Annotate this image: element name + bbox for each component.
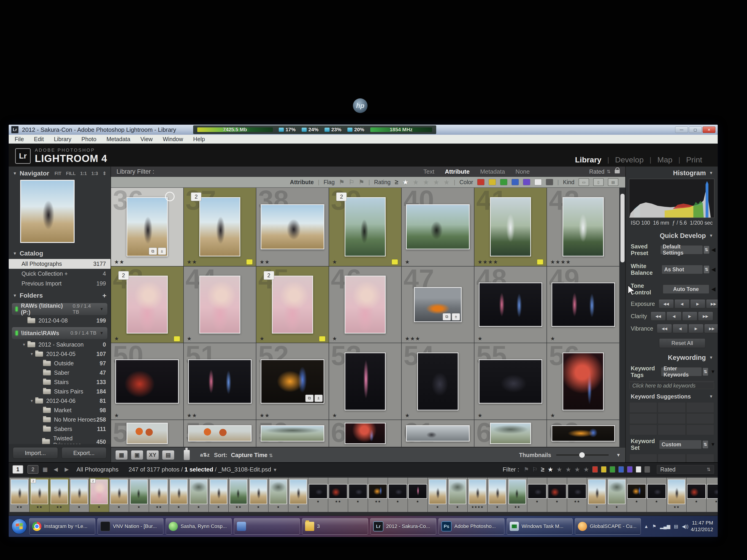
photo-thumbnail[interactable] (479, 283, 542, 327)
keyword-suggestion-slot[interactable] (658, 402, 686, 413)
sort-value-dropdown[interactable]: Capture Time ⇅ (231, 452, 273, 458)
photo-thumbnail[interactable] (188, 425, 252, 442)
menu-view[interactable]: View (140, 136, 153, 142)
spinner-icon[interactable]: ⇅ (704, 246, 710, 254)
catalog-header[interactable]: ▼ Catalog (9, 247, 110, 259)
color-filter-swatch[interactable] (477, 179, 485, 185)
photo-thumbnail[interactable] (31, 479, 48, 504)
minimize-button[interactable]: — (675, 127, 688, 133)
filter-tab-attribute[interactable]: Attribute (445, 168, 470, 175)
navigator-zoom-fill[interactable]: FILL (66, 171, 76, 176)
photo-thumbnail[interactable] (199, 197, 240, 257)
develop-badge-icon[interactable]: ± (452, 313, 460, 320)
yellow-label-swatch[interactable] (246, 259, 253, 265)
stepper-button[interactable]: ◀◀ (659, 299, 674, 309)
color-filter-swatch[interactable] (512, 179, 519, 185)
navigator-zoom-fit[interactable]: FIT (54, 171, 61, 176)
color-filter-swatch[interactable] (500, 179, 507, 185)
color-filter-swatch[interactable] (601, 466, 607, 473)
grid-photo-cell[interactable]: 62 (474, 420, 547, 447)
photo-thumbnail[interactable] (707, 484, 718, 499)
show-hidden-icons-icon[interactable]: ▲ (644, 524, 649, 529)
taskbar-item-msn[interactable]: Sasha, Rynn Cosp... (166, 518, 232, 535)
folder-item[interactable]: Sabers111 (9, 424, 110, 434)
spinner-icon[interactable]: ⇅ (703, 368, 708, 376)
photo-thumbnail[interactable] (368, 484, 387, 499)
folder-item[interactable]: ▼ 2012-04-05107 (9, 349, 110, 359)
photo-thumbnail[interactable]: ⧉± (127, 197, 168, 257)
photo-thumbnail[interactable] (406, 425, 469, 442)
source-indicator[interactable]: All Photographs (76, 466, 119, 473)
menu-library[interactable]: Library (54, 136, 71, 142)
menu-edit[interactable]: Edit (34, 136, 44, 142)
color-filter-swatch[interactable] (592, 466, 598, 473)
add-folder-icon[interactable]: + (102, 292, 106, 299)
develop-badge-icon[interactable]: ± (158, 247, 166, 255)
taskbar-item-app[interactable] (234, 518, 300, 535)
photo-thumbnail[interactable] (261, 204, 324, 249)
keyword-set-slot[interactable] (658, 454, 686, 462)
stepper-button[interactable]: ◀ (673, 324, 688, 333)
filter-preset-dropdown[interactable]: Rated ⇅ (589, 168, 620, 175)
crop-badge-icon[interactable]: ⧉ (149, 247, 157, 255)
rating-star-icon[interactable]: ★ (423, 178, 429, 186)
twirl-icon[interactable]: ▼ (21, 343, 27, 347)
filmstrip-thumbnail[interactable]: ★★ (507, 478, 527, 512)
rating-stars[interactable]: ★★★★ (550, 259, 571, 265)
monitor-2-button[interactable]: 2 (27, 465, 38, 474)
rating-star-icon[interactable]: ★ (583, 466, 589, 473)
photo-thumbnail[interactable] (449, 479, 466, 504)
saved-preset-dropdown[interactable]: Default Settings (660, 245, 703, 255)
grid-photo-cell[interactable]: 41 ★★★★ (474, 188, 547, 267)
photo-thumbnail[interactable] (150, 479, 168, 504)
photo-thumbnail[interactable]: ⧉± (261, 359, 324, 403)
keyword-suggestion-slot[interactable] (658, 425, 686, 435)
color-filter-swatch[interactable] (644, 466, 650, 473)
photo-thumbnail[interactable] (608, 479, 625, 504)
scrollbar-thumb[interactable] (620, 194, 624, 262)
quick-develop-header[interactable]: Quick Develop▼ (626, 229, 718, 241)
keyword-suggestion-slot[interactable] (686, 414, 714, 424)
photo-thumbnail[interactable] (548, 484, 566, 499)
photo-thumbnail[interactable] (329, 484, 347, 499)
keyword-set-slot[interactable] (686, 454, 714, 462)
histogram-header[interactable]: Histogram▼ (626, 166, 718, 179)
survey-view-icon[interactable]: ▤ (162, 450, 174, 459)
color-filter-swatch[interactable] (489, 179, 496, 185)
grid-photo-cell[interactable]: 50 ★ (111, 343, 184, 420)
filmstrip-thumbnail[interactable]: ★ (607, 478, 627, 512)
flag-rejected-icon[interactable]: ⚑ (359, 179, 364, 186)
photo-thumbnail[interactable] (115, 359, 179, 403)
photo-thumbnail[interactable] (490, 423, 531, 444)
stack-count-badge[interactable]: 2 (264, 271, 274, 280)
photo-thumbnail[interactable] (568, 484, 586, 499)
rating-stars[interactable]: ★ (332, 259, 338, 265)
filmstrip-thumbnail[interactable]: ★ (487, 478, 507, 512)
keywording-header[interactable]: Keywording▼ (626, 351, 718, 363)
photo-thumbnail[interactable] (563, 352, 604, 410)
photo-thumbnail[interactable] (190, 479, 207, 504)
grid-photo-cell[interactable]: 44 ★ (184, 267, 257, 343)
folders-header[interactable]: ▼ Folders + (9, 289, 110, 301)
filmstrip-thumbnail[interactable]: ★ (408, 478, 428, 512)
grid-photo-cell[interactable]: 45 2 ★ (256, 267, 329, 343)
keyword-set-dropdown[interactable]: Custom (659, 440, 702, 449)
photo-thumbnail[interactable] (71, 479, 88, 504)
photo-thumbnail[interactable] (188, 359, 252, 403)
filmstrip-thumbnail[interactable]: ★ (587, 478, 607, 512)
stepper-button[interactable]: ▶▶ (698, 312, 713, 321)
yellow-label-swatch[interactable] (319, 336, 326, 342)
photo-thumbnail[interactable] (289, 479, 307, 504)
filmstrip-thumbnail[interactable]: ★ (448, 478, 468, 512)
folder-item[interactable]: Stairs133 (9, 377, 110, 387)
menu-help[interactable]: Help (193, 136, 205, 142)
taskbar-item-ps[interactable]: Ps Adobe Photosho... (438, 518, 505, 535)
rating-stars[interactable]: ★★★★ (478, 259, 498, 265)
photo-thumbnail[interactable] (269, 479, 287, 504)
kind-video-icon[interactable]: ▤ (608, 178, 618, 186)
color-filter-swatch[interactable] (610, 466, 615, 473)
grid-view-icon[interactable]: ▦ (115, 450, 127, 459)
color-filter-swatch[interactable] (523, 179, 530, 185)
grid-photo-cell[interactable]: 39 2 ★ (329, 188, 402, 267)
grid-scrollbar[interactable] (620, 188, 625, 447)
